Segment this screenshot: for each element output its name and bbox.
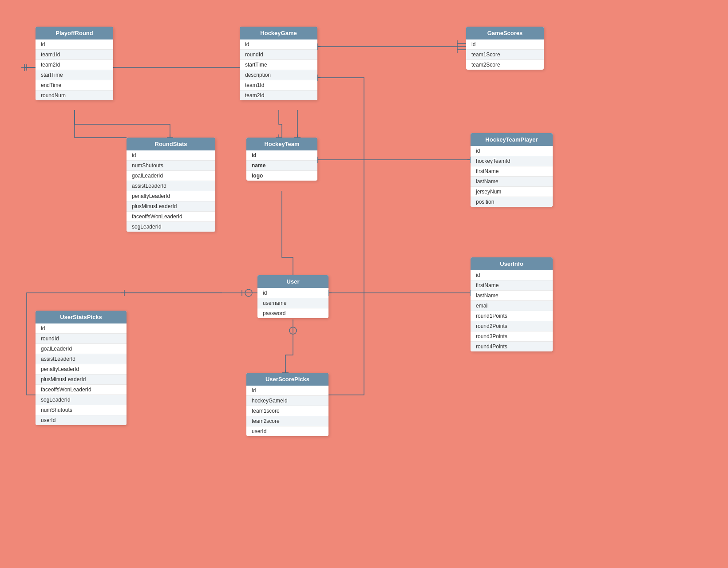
- entity-header-hockey-team: HockeyTeam: [246, 138, 317, 150]
- entity-header-user-score-picks: UserScorePicks: [246, 373, 328, 386]
- field-rs-sogleaderid: sogLeaderId: [127, 222, 215, 232]
- field-pr-team1id: team1Id: [36, 50, 113, 60]
- field-htp-hockeyteamid: hockeyTeamId: [471, 156, 553, 166]
- field-hg-id: id: [240, 39, 317, 50]
- entity-hockey-game: HockeyGame id roundId startTime descript…: [240, 27, 317, 100]
- field-pr-id: id: [36, 39, 113, 50]
- field-ht-logo: logo: [246, 171, 317, 181]
- entity-header-round-stats: RoundStats: [127, 138, 215, 150]
- field-u-username: username: [257, 298, 328, 308]
- field-rs-id: id: [127, 150, 215, 161]
- field-rs-penaltyleaderid: penaltyLeaderId: [127, 191, 215, 201]
- field-ht-name: name: [246, 161, 317, 171]
- field-pr-roundnum: roundNum: [36, 91, 113, 100]
- field-ui-lastname: lastName: [471, 291, 553, 301]
- field-ht-id: id: [246, 150, 317, 161]
- entity-user: User id username password: [257, 275, 328, 318]
- field-htp-jerseynum: jerseyNum: [471, 187, 553, 197]
- entity-playoff-round: PlayoffRound id team1Id team2Id startTim…: [36, 27, 113, 100]
- entity-header-user: User: [257, 275, 328, 288]
- field-hg-description: description: [240, 70, 317, 80]
- field-rs-numshutouts: numShutouts: [127, 161, 215, 171]
- entity-header-user-stats-picks: UserStatsPicks: [36, 311, 127, 323]
- entity-game-scores: GameScores id team1Score team2Score: [466, 27, 544, 70]
- field-usp-plusminusleaderid: plusMinusLeaderId: [36, 375, 127, 385]
- field-htp-lastname: lastName: [471, 177, 553, 187]
- field-gs-team1score: team1Score: [466, 50, 544, 60]
- field-hg-roundid: roundId: [240, 50, 317, 60]
- field-ui-firstname: firstName: [471, 280, 553, 291]
- field-u-id: id: [257, 288, 328, 298]
- field-htp-firstname: firstName: [471, 166, 553, 177]
- field-htp-id: id: [471, 146, 553, 156]
- field-usp-goalleaderid: goalLeaderId: [36, 344, 127, 354]
- field-u-password: password: [257, 308, 328, 318]
- field-uscp-hockeygameid: hockeyGameId: [246, 396, 328, 406]
- field-hg-team2id: team2Id: [240, 91, 317, 100]
- field-pr-team2id: team2Id: [36, 60, 113, 70]
- entity-header-hockey-game: HockeyGame: [240, 27, 317, 39]
- field-pr-endtime: endTime: [36, 80, 113, 91]
- entity-header-game-scores: GameScores: [466, 27, 544, 39]
- field-usp-numshutouts: numShutouts: [36, 405, 127, 415]
- field-usp-assistleaderid: assistLeaderId: [36, 354, 127, 364]
- field-ui-round3points: round3Points: [471, 331, 553, 342]
- entity-header-playoff-round: PlayoffRound: [36, 27, 113, 39]
- field-hg-team1id: team1Id: [240, 80, 317, 91]
- field-uscp-id: id: [246, 386, 328, 396]
- field-ui-round4points: round4Points: [471, 342, 553, 351]
- erd-diagram: PlayoffRound id team1Id team2Id startTim…: [0, 0, 728, 568]
- field-usp-sogleaderid: sogLeaderId: [36, 395, 127, 405]
- entity-round-stats: RoundStats id numShutouts goalLeaderId a…: [127, 138, 215, 232]
- field-uscp-team2score: team2score: [246, 416, 328, 426]
- field-rs-goalleaderid: goalLeaderId: [127, 171, 215, 181]
- field-ui-round2points: round2Points: [471, 321, 553, 331]
- entity-hockey-team: HockeyTeam id name logo: [246, 138, 317, 181]
- field-pr-starttime: startTime: [36, 70, 113, 80]
- entity-hockey-team-player: HockeyTeamPlayer id hockeyTeamId firstNa…: [471, 133, 553, 207]
- entity-user-stats-picks: UserStatsPicks id roundId goalLeaderId a…: [36, 311, 127, 425]
- field-usp-faceoffswonleaderid: faceoffsWonLeaderId: [36, 385, 127, 395]
- field-usp-id: id: [36, 323, 127, 334]
- entity-user-score-picks: UserScorePicks id hockeyGameId team1scor…: [246, 373, 328, 436]
- entity-header-user-info: UserInfo: [471, 257, 553, 270]
- field-htp-position: position: [471, 197, 553, 207]
- svg-point-27: [289, 327, 297, 334]
- field-usp-penaltyleaderid: penaltyLeaderId: [36, 364, 127, 375]
- field-ui-email: email: [471, 301, 553, 311]
- field-uscp-userid: userId: [246, 426, 328, 436]
- entity-user-info: UserInfo id firstName lastName email rou…: [471, 257, 553, 351]
- field-gs-id: id: [466, 39, 544, 50]
- field-hg-starttime: startTime: [240, 60, 317, 70]
- field-rs-faceoffswonleaderid: faceoffsWonLeaderId: [127, 212, 215, 222]
- field-rs-plusminusleaderid: plusMinusLeaderId: [127, 201, 215, 212]
- field-ui-round1points: round1Points: [471, 311, 553, 321]
- field-uscp-team1score: team1score: [246, 406, 328, 416]
- svg-point-18: [245, 289, 252, 296]
- field-ui-id: id: [471, 270, 553, 280]
- field-rs-assistleaderid: assistLeaderId: [127, 181, 215, 191]
- field-gs-team2score: team2Score: [466, 60, 544, 70]
- entity-header-hockey-team-player: HockeyTeamPlayer: [471, 133, 553, 146]
- field-usp-userid: userId: [36, 415, 127, 425]
- field-usp-roundid: roundId: [36, 334, 127, 344]
